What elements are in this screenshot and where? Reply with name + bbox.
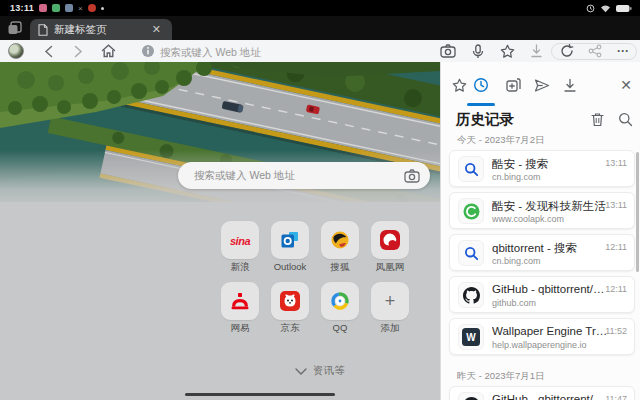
github-favicon xyxy=(458,392,484,400)
shortcut-jd[interactable] xyxy=(271,282,309,320)
history-entry-time: 13:11 xyxy=(605,200,627,210)
coolapk-favicon xyxy=(458,198,484,224)
tab-strip: 新建标签页 ✕ xyxy=(0,16,640,40)
favorite-star-icon[interactable] xyxy=(499,43,515,59)
delete-history-icon[interactable] xyxy=(588,110,606,128)
outlook-icon xyxy=(280,230,300,250)
panel-tab-bar: ✕ xyxy=(441,70,640,102)
history-entry[interactable]: qbittorrent - 搜索cn.bing.com12:11 xyxy=(449,234,635,271)
send-to-device-icon[interactable] xyxy=(533,76,551,94)
notification-x-icon: × xyxy=(78,4,83,13)
history-entry[interactable]: 酷安 - 发现科技新生活www.coolapk.com13:11 xyxy=(449,192,635,229)
download-icon xyxy=(528,43,544,59)
new-tab-page: 搜索或键入 Web 地址 sina新浪Outlook搜狐凤凰网网易京东QQ+添加… xyxy=(0,62,440,388)
svg-text:W: W xyxy=(466,332,476,343)
history-entry-time: 12:11 xyxy=(605,284,627,294)
alarm-icon xyxy=(586,4,595,13)
forward-button[interactable] xyxy=(70,43,86,59)
bing-search-favicon xyxy=(458,156,484,182)
history-entry-title: GitHub - qbittorrent/qBittorr… xyxy=(492,393,608,400)
history-entry-title: GitHub - qbittorrent/qBittorr… xyxy=(492,283,608,295)
shortcut-qq[interactable] xyxy=(321,282,359,320)
camera-search-icon[interactable] xyxy=(440,43,456,59)
profile-avatar[interactable] xyxy=(8,43,24,59)
add-icon: + xyxy=(385,292,396,311)
shortcut-netease[interactable] xyxy=(221,282,259,320)
history-entry[interactable]: GitHub - qbittorrent/qBittorr…github.com… xyxy=(449,386,635,400)
shortcut-label: 凤凰网 xyxy=(358,261,422,274)
shortcut-sohu[interactable] xyxy=(321,221,359,259)
history-entry[interactable]: 酷安 - 搜索cn.bing.com13:11 xyxy=(449,150,635,187)
address-bar[interactable]: 搜索或键入 Web 地址 xyxy=(160,46,261,60)
share-icon xyxy=(587,43,603,59)
clock-time: 13:11 xyxy=(10,3,34,13)
history-entry-time: 12:11 xyxy=(605,242,627,252)
mic-icon[interactable] xyxy=(470,43,486,59)
shortcut-add[interactable]: + xyxy=(371,282,409,320)
history-entry-title: 酷安 - 搜索 xyxy=(492,157,608,172)
home-button[interactable] xyxy=(100,43,116,59)
history-entry-domain: cn.bing.com xyxy=(492,172,612,182)
expand-feed-label: 资讯等 xyxy=(313,364,345,378)
wallpaper-favicon: W xyxy=(458,324,484,350)
browser-window: 13:11 × 新建标签页 ✕ 搜 xyxy=(0,0,640,400)
history-entry[interactable]: GitHub - qbittorrent/qBittorr…github.com… xyxy=(449,276,635,313)
netease-icon xyxy=(230,291,250,311)
wifi-icon xyxy=(600,4,611,13)
tab-switcher-icon[interactable] xyxy=(7,20,23,36)
panel-header: 历史记录 xyxy=(456,108,634,130)
history-panel: ✕ 历史记录 今天 - 2023年7月2日酷安 - 搜索cn.bing.com1… xyxy=(440,62,640,400)
downloads-tab-icon[interactable] xyxy=(561,76,579,94)
history-entry-title: 酷安 - 发现科技新生活 xyxy=(492,199,608,214)
shortcut-label: 添加 xyxy=(358,322,422,335)
more-menu-icon[interactable]: ··· xyxy=(615,43,631,59)
refresh-icon[interactable] xyxy=(559,43,575,59)
jd-icon xyxy=(280,291,300,311)
tab-close-icon[interactable]: ✕ xyxy=(149,22,164,37)
shortcut-sina[interactable]: sina xyxy=(221,221,259,259)
github-favicon xyxy=(458,282,484,308)
ifeng-icon xyxy=(380,230,400,250)
history-entry-domain: help.wallpaperengine.io xyxy=(492,340,612,350)
notification-icon xyxy=(39,4,47,12)
history-entry-title: Wallpaper Engine Troublesh… xyxy=(492,325,608,337)
expand-feed-button[interactable]: 资讯等 xyxy=(220,364,420,378)
history-entry-domain: github.com xyxy=(492,298,612,308)
search-history-icon[interactable] xyxy=(616,110,634,128)
browser-tab[interactable]: 新建标签页 ✕ xyxy=(30,19,172,40)
panel-title: 历史记录 xyxy=(456,110,578,129)
back-button[interactable] xyxy=(40,43,56,59)
history-entry-domain: cn.bing.com xyxy=(492,256,612,266)
history-entry-time: 11:52 xyxy=(605,326,627,336)
notification-icon xyxy=(52,4,60,12)
gesture-handle[interactable] xyxy=(185,393,335,396)
favorites-tab-icon[interactable] xyxy=(450,76,468,94)
shortcut-outlook[interactable] xyxy=(271,221,309,259)
notification-icon xyxy=(88,4,96,12)
panel-scrollbar[interactable] xyxy=(636,152,639,272)
tab-title: 新建标签页 xyxy=(54,23,149,37)
history-entry-time: 11:47 xyxy=(605,394,627,400)
center-search-box[interactable]: 搜索或键入 Web 地址 xyxy=(178,162,430,189)
search-placeholder: 搜索或键入 Web 地址 xyxy=(194,169,404,183)
collections-tab-icon[interactable] xyxy=(504,76,522,94)
sina-icon: sina xyxy=(230,231,250,249)
history-entry[interactable]: WWallpaper Engine Troublesh…help.wallpap… xyxy=(449,318,635,355)
history-section-label: 昨天 - 2023年7月1日 xyxy=(457,370,545,383)
camera-search-icon[interactable] xyxy=(404,169,420,183)
history-entry-title: qbittorrent - 搜索 xyxy=(492,241,608,256)
history-entry-domain: www.coolapk.com xyxy=(492,214,612,224)
sohu-icon xyxy=(330,230,350,250)
history-tab-icon[interactable] xyxy=(472,76,490,94)
bing-search-favicon xyxy=(458,240,484,266)
active-tab-underline xyxy=(467,103,495,106)
notification-dot-icon xyxy=(101,7,104,10)
battery-icon xyxy=(616,4,632,13)
notification-icon xyxy=(65,4,73,12)
shortcut-ifeng[interactable] xyxy=(371,221,409,259)
navigation-toolbar: 搜索或键入 Web 地址 ··· xyxy=(0,40,640,62)
close-panel-icon[interactable]: ✕ xyxy=(617,76,635,94)
page-icon xyxy=(38,24,48,36)
history-entry-time: 13:11 xyxy=(605,158,627,168)
site-info-icon[interactable] xyxy=(140,43,156,59)
